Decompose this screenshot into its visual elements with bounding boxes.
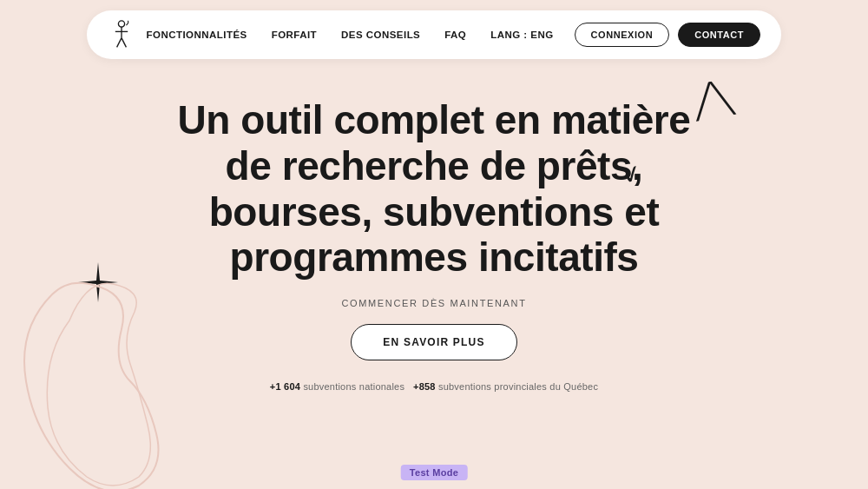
connexion-button[interactable]: CONNEXION: [575, 23, 670, 47]
hero-title: Un outil complet en matièrede recherche …: [178, 97, 691, 281]
nav-faq[interactable]: FAQ: [444, 30, 466, 40]
nav-fonctionnalites[interactable]: FONCTIONNALITÉS: [147, 30, 247, 40]
national-count: +1 604: [270, 381, 300, 392]
nav-links: FONCTIONNALITÉS FORFAIT DES CONSEILS FAQ…: [147, 30, 554, 40]
stats-text: +1 604 subventions nationales +858 subve…: [270, 381, 598, 392]
svg-line-4: [122, 38, 126, 48]
hero-subtitle: COMMENCER DÈS MAINTENANT: [341, 298, 526, 308]
nav-lang[interactable]: LANG : ENG: [490, 30, 553, 40]
nav-buttons: CONNEXION CONTACT: [575, 23, 760, 47]
test-mode-badge: Test Mode: [401, 465, 468, 480]
hero-title-text: Un outil complet en matièrede recherche …: [178, 97, 691, 281]
national-label: subventions nationales: [303, 381, 404, 392]
logo[interactable]: [108, 19, 135, 50]
provincial-count: +858: [413, 381, 436, 392]
svg-line-3: [117, 38, 122, 48]
navbar: FONCTIONNALITÉS FORFAIT DES CONSEILS FAQ…: [87, 10, 781, 59]
logo-icon: [108, 19, 135, 50]
contact-button[interactable]: CONTACT: [678, 23, 760, 47]
nav-forfait[interactable]: FORFAIT: [272, 30, 317, 40]
nav-des-conseils[interactable]: DES CONSEILS: [341, 30, 420, 40]
blob-decoration: [0, 277, 174, 489]
squiggle-decoration: ╱╲: [692, 78, 735, 120]
en-savoir-plus-button[interactable]: EN SAVOIR PLUS: [351, 324, 516, 360]
provincial-label: subventions provinciales du Québec: [438, 381, 598, 392]
svg-point-0: [118, 21, 124, 27]
